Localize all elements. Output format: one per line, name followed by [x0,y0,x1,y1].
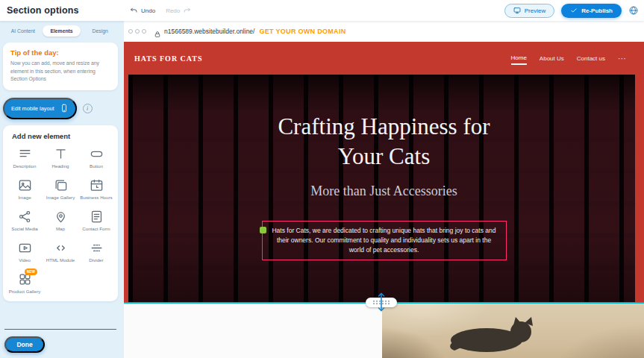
nav-item-home[interactable]: Home [511,51,527,65]
redo-icon [183,7,191,15]
element-label: Contact Form [82,226,110,232]
tab-design[interactable]: Design [81,25,119,37]
element-item-product-gallery[interactable]: NEW Product Gallery [7,272,43,295]
element-label: Business Hours [80,195,112,201]
heading-icon [54,147,68,161]
element-label: Video [19,257,31,263]
tip-body: Now you can add, move and resize any ele… [10,60,110,84]
nav-more-icon[interactable]: ⋯ [618,54,626,63]
section-resize-handle[interactable] [366,298,397,307]
top-actions: Preview Re-Publish [504,0,639,21]
redo-label: Redo [166,7,180,14]
hero-heading-line2: Your Cats [278,142,490,172]
sidebar-divider [4,329,116,330]
contact-form-icon [90,210,104,224]
preview-button[interactable]: Preview [504,4,554,18]
element-label: Divider [89,257,103,263]
app: Section options Undo Redo Preview Re-Pub… [0,0,644,358]
section-boundary-line [124,302,644,304]
button-icon [90,147,104,161]
text-lines-icon [18,147,32,161]
element-label: Image [18,195,31,201]
new-badge: NEW [25,268,37,275]
tab-elements[interactable]: Elements [43,25,81,37]
site-url: n1566589.websitebuilder.online/ [164,28,254,35]
element-item-video[interactable]: Video [7,241,43,263]
edit-mobile-layout-button[interactable]: Edit mobile layout [3,98,77,119]
html-code-icon [54,241,68,255]
element-label: Button [90,163,103,169]
republish-button[interactable]: Re-Publish [561,4,622,18]
image-gallery-icon [54,178,68,192]
video-icon [18,241,32,255]
element-drag-handle[interactable] [260,227,266,233]
element-label: Product Gallery [9,289,41,295]
window-dot-icon [135,29,140,34]
element-item-social-media[interactable]: Social Media [7,210,43,232]
element-grid: Description Heading Button Image [7,147,114,295]
element-label: Social Media [11,226,37,232]
preview-label: Preview [525,7,545,14]
browser-address-bar: n1566589.websitebuilder.online/ GET YOUR… [124,21,644,42]
check-icon [570,7,578,14]
element-item-image-gallery[interactable]: Image Gallery [43,178,78,201]
drag-dots-icon [372,300,390,305]
add-new-element-title: Add new element [12,132,114,140]
monitor-icon [513,7,521,14]
element-label: Image Gallery [46,195,75,201]
editor-canvas: n1566589.websitebuilder.online/ GET YOUR… [124,21,644,358]
hero-heading-line1: Crafting Happiness for [278,112,490,142]
element-label: HTML Module [46,257,75,263]
sidebar-footer: Done [0,329,124,358]
social-media-icon [18,210,32,224]
undo-label: Undo [141,7,155,14]
divider-icon [90,241,104,255]
nav-item-contact[interactable]: Contact us [577,52,605,64]
element-item-button[interactable]: Button [78,147,114,169]
site-header: HATS FOR CATS Home About Us Contact us ⋯ [124,42,644,75]
hero-paragraph-text: Hats for Cats, we are dedicated to craft… [272,227,495,254]
page-title: Section options [0,5,79,16]
element-label: Map [56,226,65,232]
element-item-business-hours[interactable]: Business Hours [78,178,114,201]
top-toolbar: Section options Undo Redo Preview Re-Pub… [0,0,644,21]
cat-photo[interactable] [382,304,644,358]
cat-silhouette-icon [448,315,546,354]
selected-paragraph-element[interactable]: Hats for Cats, we are dedicated to craft… [262,221,507,261]
next-section [124,304,644,358]
tip-title: Tip of the day: [10,48,110,57]
element-item-contact-form[interactable]: Contact Form [78,210,114,232]
tab-ai-content[interactable]: AI Content [4,25,43,37]
history-controls: Undo Redo [130,0,191,21]
hero-section: Crafting Happiness for Your Cats More th… [124,75,644,302]
business-hours-icon [90,178,104,192]
hero-subheading[interactable]: More than Just Accessories [310,183,457,199]
republish-label: Re-Publish [581,7,613,14]
done-button[interactable]: Done [4,336,45,353]
element-item-map[interactable]: Map [43,210,78,232]
site-nav: Home About Us Contact us ⋯ [511,51,644,65]
element-item-divider[interactable]: Divider [78,241,114,263]
element-item-heading[interactable]: Heading [43,147,78,169]
language-globe-icon[interactable] [628,5,639,16]
element-item-image[interactable]: Image [7,178,43,201]
lock-icon [154,28,161,35]
get-domain-link[interactable]: GET YOUR OWN DOMAIN [259,28,346,35]
sidebar: AI Content Elements Design Tip of the da… [0,21,124,358]
nav-item-about[interactable]: About Us [540,52,564,64]
hero-content: Crafting Happiness for Your Cats More th… [124,75,644,302]
redo-button[interactable]: Redo [166,7,191,15]
mobile-layout-row: Edit mobile layout i [3,98,118,119]
undo-icon [130,7,138,15]
info-icon[interactable]: i [83,104,93,113]
element-label: Description [13,163,37,169]
undo-button[interactable]: Undo [130,7,155,15]
image-icon [18,178,32,192]
window-dot-icon [142,29,146,34]
element-item-description[interactable]: Description [7,147,43,169]
hero-heading[interactable]: Crafting Happiness for Your Cats [278,112,490,172]
sidebar-tabs: AI Content Elements Design [4,25,119,37]
site-logo[interactable]: HATS FOR CATS [134,54,203,63]
add-new-element-panel: Add new element Description Heading Butt… [3,125,118,301]
element-item-html-module[interactable]: HTML Module [43,241,78,263]
